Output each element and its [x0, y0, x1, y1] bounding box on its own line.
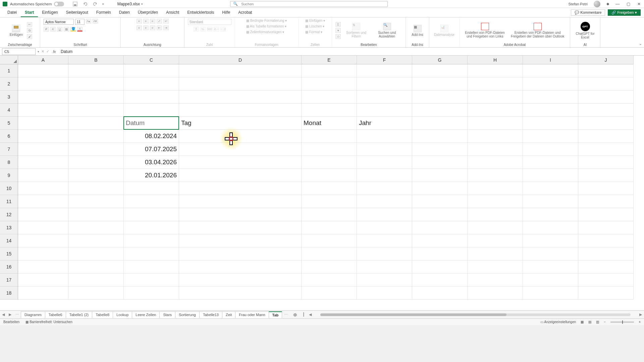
- cell[interactable]: [412, 90, 468, 104]
- fill-icon[interactable]: ▾: [335, 28, 341, 33]
- sheet-tab[interactable]: Tabelle1 (2): [66, 311, 92, 318]
- save-icon[interactable]: [73, 2, 77, 6]
- cell[interactable]: [302, 169, 357, 182]
- autosave-toggle[interactable]: [54, 2, 64, 6]
- cell[interactable]: [468, 221, 523, 234]
- cut-icon[interactable]: ✂: [27, 22, 32, 27]
- cell-C6[interactable]: 08.02.2024: [124, 130, 179, 143]
- minimize-button[interactable]: —: [615, 2, 620, 6]
- cell[interactable]: [468, 77, 523, 90]
- cell[interactable]: [357, 182, 412, 195]
- cell-F5[interactable]: Jahr: [357, 117, 412, 130]
- row-header[interactable]: 6: [0, 130, 18, 143]
- cell[interactable]: [124, 221, 179, 234]
- cell[interactable]: [124, 208, 179, 221]
- cell[interactable]: [302, 77, 357, 90]
- zoom-slider[interactable]: [610, 321, 634, 323]
- name-box[interactable]: C5: [2, 48, 36, 55]
- row-header[interactable]: 9: [0, 169, 18, 182]
- cell[interactable]: [124, 182, 179, 195]
- cell[interactable]: [523, 90, 578, 104]
- cell[interactable]: [302, 260, 357, 274]
- cell[interactable]: [18, 77, 68, 90]
- format-cells-button[interactable]: ▦ Format ▾: [305, 30, 322, 34]
- cell-C7[interactable]: 07.07.2025: [124, 143, 179, 156]
- sheet-overflow-icon[interactable]: ⋯: [282, 312, 290, 317]
- cell[interactable]: [179, 208, 302, 221]
- row-header[interactable]: 16: [0, 260, 18, 274]
- cell[interactable]: [68, 143, 124, 156]
- cell[interactable]: [302, 143, 357, 156]
- cell[interactable]: [468, 130, 523, 143]
- menu-item-formeln[interactable]: Formeln: [92, 8, 115, 17]
- cell[interactable]: [179, 104, 302, 117]
- cell[interactable]: [124, 195, 179, 208]
- cell[interactable]: [68, 130, 124, 143]
- cell[interactable]: [468, 143, 523, 156]
- cell-C8[interactable]: 03.04.2026: [124, 156, 179, 169]
- cell[interactable]: [68, 234, 124, 247]
- formula-input[interactable]: Datum: [57, 49, 644, 54]
- cell[interactable]: [578, 287, 634, 300]
- align-right-icon[interactable]: ≡: [150, 25, 155, 30]
- cell[interactable]: [357, 169, 412, 182]
- cell[interactable]: [468, 195, 523, 208]
- cell[interactable]: [68, 260, 124, 274]
- sheet-nav-more-icon[interactable]: ⋯: [13, 312, 21, 317]
- row-header[interactable]: 8: [0, 156, 18, 169]
- search-input[interactable]: 🔍 Suchen: [230, 1, 388, 7]
- sheet-tab[interactable]: Lookup: [113, 311, 132, 318]
- column-header[interactable]: G: [412, 56, 468, 64]
- row-header[interactable]: 5: [0, 117, 18, 130]
- cell[interactable]: [124, 77, 179, 90]
- cell[interactable]: [18, 287, 68, 300]
- undo-icon[interactable]: [83, 2, 88, 6]
- sheet-nav-next-icon[interactable]: ▶: [7, 312, 13, 317]
- cell[interactable]: [412, 182, 468, 195]
- row-header[interactable]: 1: [0, 64, 18, 77]
- avatar[interactable]: [594, 1, 600, 7]
- column-header[interactable]: E: [302, 56, 357, 64]
- accept-formula-icon[interactable]: ✓: [46, 49, 49, 54]
- cell[interactable]: [179, 221, 302, 234]
- cell[interactable]: [468, 104, 523, 117]
- cell[interactable]: [468, 156, 523, 169]
- cell[interactable]: [523, 64, 578, 77]
- sheet-tab[interactable]: Tabelle8: [92, 311, 113, 318]
- find-select-button[interactable]: 🔍 Suchen und Auswählen: [372, 22, 402, 39]
- cell[interactable]: [68, 169, 124, 182]
- cell-E5[interactable]: Monat: [302, 117, 357, 130]
- cell[interactable]: [18, 64, 68, 77]
- collapse-ribbon-icon[interactable]: ⌄: [639, 42, 642, 46]
- row-header[interactable]: 12: [0, 208, 18, 221]
- cell[interactable]: [179, 260, 302, 274]
- cell[interactable]: [124, 247, 179, 260]
- cell[interactable]: [68, 274, 124, 287]
- align-middle-icon[interactable]: ≡: [143, 19, 149, 23]
- clear-icon[interactable]: ◇: [335, 34, 341, 39]
- cell[interactable]: [357, 90, 412, 104]
- cell[interactable]: [468, 64, 523, 77]
- addins-button[interactable]: ▦Add-Ins: [410, 24, 425, 37]
- cell-C5[interactable]: Datum: [124, 117, 179, 130]
- menu-item-entwicklertools[interactable]: Entwicklertools: [183, 8, 218, 17]
- comments-button[interactable]: 💬 Kommentare: [571, 9, 605, 16]
- row-header[interactable]: 18: [0, 287, 18, 300]
- row-header[interactable]: 13: [0, 221, 18, 234]
- cell[interactable]: [18, 130, 68, 143]
- menu-item-seitenlayout[interactable]: Seitenlayout: [62, 8, 92, 17]
- border-icon[interactable]: ▦: [64, 27, 69, 32]
- cell[interactable]: [468, 287, 523, 300]
- delete-cells-button[interactable]: ▦ Löschen ▾: [305, 24, 324, 28]
- menu-item-daten[interactable]: Daten: [115, 8, 134, 17]
- cell[interactable]: [412, 156, 468, 169]
- cell[interactable]: [412, 247, 468, 260]
- cell[interactable]: [18, 221, 68, 234]
- cell[interactable]: [412, 208, 468, 221]
- cell[interactable]: [18, 195, 68, 208]
- row-header[interactable]: 14: [0, 234, 18, 247]
- cell[interactable]: [68, 117, 124, 130]
- sheet-tab[interactable]: Stars: [159, 311, 175, 318]
- sheet-tab[interactable]: Leere Zeilen: [132, 311, 160, 318]
- cell[interactable]: [578, 117, 634, 130]
